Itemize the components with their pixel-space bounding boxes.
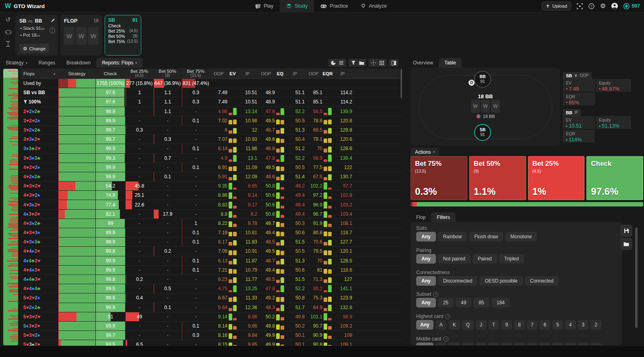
report-row[interactable]: 4♦4♣3♥ 99.8 0.2 - - 6.23 11.7748.5 51.57…: [20, 275, 402, 284]
flop-name[interactable]: 4♥2♦2♣: [20, 174, 58, 180]
freq-cell[interactable]: -: [153, 163, 182, 172]
freq-cell[interactable]: 51: [95, 312, 125, 321]
filter-middle-card-4[interactable]: 4: [565, 343, 576, 345]
freq-cell[interactable]: 99.9: [95, 172, 125, 181]
action-card-bet-25-[interactable]: Bet 25%(4.5)1%: [528, 156, 585, 200]
flop-name[interactable]: 5♦3♥2♥: [20, 323, 58, 329]
filter-middle-card-3[interactable]: 3: [578, 343, 589, 345]
freq-cell[interactable]: 0.4: [125, 293, 153, 302]
flop-name[interactable]: Used by: [20, 80, 58, 86]
freq-cell[interactable]: -: [182, 126, 210, 134]
freq-cell[interactable]: 99.9: [95, 322, 125, 330]
flop-name[interactable]: 4♥4♦3♥: [20, 267, 58, 273]
table-scrollbar[interactable]: [400, 69, 402, 98]
filter-middle-card-2[interactable]: 2: [590, 343, 601, 345]
flop-name[interactable]: 5♥2♥2♦: [20, 295, 58, 301]
tab-strategy[interactable]: Strategy▾: [0, 58, 33, 68]
flop-name[interactable]: 3♥2♦2♣: [20, 127, 58, 133]
filter-pairing-any[interactable]: Any: [416, 254, 436, 264]
freq-cell[interactable]: 99.7: [95, 126, 125, 134]
filter-middle-card-k[interactable]: K: [449, 343, 460, 345]
flop-name[interactable]: 4♥4♦4♣: [20, 286, 58, 291]
freq-cell[interactable]: 93.5: [95, 340, 125, 346]
filter-pairing-tripled[interactable]: Tripled: [499, 254, 524, 264]
seat-bb[interactable]: BB91: [474, 71, 491, 88]
report-row[interactable]: 3♥3♦3♣ 99.3 - 0.7 - 4.9 13.147.8 52.256.…: [20, 154, 402, 163]
freq-cell[interactable]: 54.2: [95, 182, 125, 190]
freq-cell[interactable]: -: [125, 237, 153, 246]
scan-icon[interactable]: [577, 3, 583, 9]
upload-button[interactable]: Upload: [542, 2, 571, 10]
freq-cell[interactable]: 99.9: [95, 116, 125, 125]
filter-middle-card-9[interactable]: 9: [501, 343, 512, 345]
freq-cell[interactable]: -: [125, 154, 153, 163]
column-header-bet50[interactable]: Bet 50%(9): [153, 69, 182, 78]
column-header-bet25[interactable]: Bet 25%(4.5): [125, 69, 153, 78]
filter-subset-25[interactable]: 25: [438, 298, 454, 307]
freq-cell[interactable]: -: [125, 322, 153, 330]
filter-suits-flush-draw[interactable]: Flush draw: [469, 232, 503, 241]
flop-name[interactable]: 100%: [20, 99, 58, 105]
report-row[interactable]: 2♥2♦2♣ 98.9 - 1.1 - 4.86 13.1447.8 52.25…: [20, 107, 402, 116]
freq-cell[interactable]: 831 (47.4%): [182, 79, 210, 88]
freq-cell[interactable]: 1: [182, 219, 210, 228]
freq-cell[interactable]: -: [153, 219, 182, 228]
freq-cell[interactable]: 1.1: [153, 107, 182, 116]
folder-icon[interactable]: [357, 60, 365, 66]
filter-subset-any[interactable]: Any: [416, 298, 436, 307]
freq-cell[interactable]: 74.9: [95, 191, 125, 200]
flop-name[interactable]: 3♦3♣2♥: [20, 146, 58, 151]
freq-cell[interactable]: 647 (36.9%): [153, 79, 182, 88]
report-row[interactable]: 5♥3♥2♥ 51 49 - - 9.14 8.8650.2 49.8101.1…: [20, 312, 402, 322]
report-row[interactable]: 3♥3♦2♥ 99.7 - 0.3 - 7.07 10.9349.6 50.47…: [20, 135, 402, 144]
freq-cell[interactable]: -: [182, 312, 210, 321]
brand[interactable]: W GTO Wizard: [0, 2, 45, 10]
report-row[interactable]: 4♥2♦2♣ 99.9 - 0.1 - 5.91 12.0948.6 51.46…: [20, 172, 402, 182]
freq-cell[interactable]: 0.1: [182, 256, 210, 265]
freq-cell[interactable]: -: [153, 266, 182, 274]
flop-name[interactable]: 4♥4♦2♥: [20, 248, 58, 254]
filter-pairing-not-paired[interactable]: Not paired: [438, 254, 471, 264]
freq-cell[interactable]: -: [182, 275, 210, 284]
freq-cell[interactable]: 1: [125, 97, 153, 106]
freq-cell[interactable]: 99.5: [95, 284, 125, 293]
freq-cell[interactable]: -: [182, 303, 210, 312]
report-row[interactable]: 4♥4♦3♥ 99.9 - - 0.1 7.21 10.7949.4 50.68…: [20, 266, 402, 275]
freq-cell[interactable]: -: [182, 182, 210, 190]
rows-icon[interactable]: [337, 60, 345, 66]
filter-highest-card-6[interactable]: 6: [539, 320, 550, 330]
freq-cell[interactable]: 99.9: [95, 144, 125, 153]
report-row[interactable]: Used by 1755 (100%) 277 (15.8%) 647 (36.…: [20, 79, 402, 88]
column-header-oop[interactable]: OOP: [257, 71, 275, 76]
filter-subset-49[interactable]: 49: [456, 298, 471, 307]
flop-name[interactable]: 5♥3♠2♥: [20, 342, 58, 346]
freq-cell[interactable]: -: [153, 200, 182, 209]
reset-icon[interactable]: ↺: [6, 16, 11, 23]
freq-cell[interactable]: -: [182, 191, 210, 200]
column-header-ev[interactable]: EV: [227, 71, 238, 76]
info-icon[interactable]: i: [50, 28, 55, 33]
tab-filters[interactable]: Filters: [431, 213, 456, 222]
flop-panel[interactable]: FLOP 18 W W W: [60, 15, 102, 56]
freq-cell[interactable]: -: [153, 126, 182, 134]
flop-name[interactable]: 4♥3♥2♦: [20, 192, 58, 198]
freq-cell[interactable]: 82.1: [95, 210, 125, 219]
report-row[interactable]: 4♥3♦2♣ 99 - - 1 8.22 9.7849.7 50.391.9 1…: [20, 219, 402, 228]
freq-cell[interactable]: -: [125, 135, 153, 144]
freq-cell[interactable]: 0.3: [125, 126, 153, 134]
freq-cell[interactable]: -: [182, 107, 210, 116]
freq-cell[interactable]: -: [125, 116, 153, 125]
freq-cell[interactable]: 99.8: [95, 275, 125, 284]
action-card-check[interactable]: Check97.6%: [586, 156, 643, 200]
freq-cell[interactable]: 0.1: [182, 163, 210, 172]
column-header-flops[interactable]: Flops▴: [20, 71, 58, 76]
column-header-ip[interactable]: IP: [285, 71, 305, 76]
filter-pairing-paired[interactable]: Paired: [473, 254, 497, 264]
action-card-bet-75-[interactable]: Bet 75%(13.5)0.3%: [411, 156, 467, 200]
freq-cell[interactable]: 0.1: [182, 144, 210, 153]
freq-cell[interactable]: -: [182, 172, 210, 181]
nav-study[interactable]: Study: [280, 0, 314, 12]
flops-minimap[interactable]: [3, 69, 18, 345]
account-icon[interactable]: [611, 3, 618, 9]
report-row[interactable]: 3♥2♥2♦ 99.9 - - 0.1 7.02 10.9849.5 50.57…: [20, 116, 402, 126]
